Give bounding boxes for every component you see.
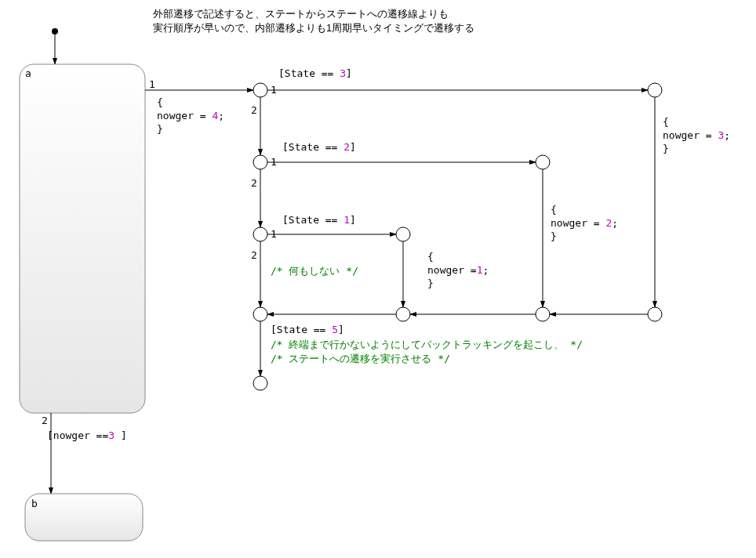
cond-state3: [State == 3] <box>278 67 352 79</box>
junction-2 <box>253 155 267 169</box>
ng2-body: nowger = 2; <box>551 217 618 229</box>
ng3-body: nowger = 3; <box>663 129 730 141</box>
ng3-open: { <box>663 116 669 128</box>
junction-right-1 <box>396 227 410 241</box>
junction-3 <box>253 227 267 241</box>
cond-state1: [State == 1] <box>282 214 356 226</box>
exit1-label: 1 <box>149 78 155 90</box>
j1-2-label: 2 <box>251 104 257 116</box>
ng1-open: { <box>427 251 434 263</box>
j2-2-label: 2 <box>251 177 257 189</box>
annotation-line1: 外部遷移で記述すると、ステートからステートへの遷移線よりも <box>153 8 449 20</box>
state-a-label: a <box>25 67 31 79</box>
cond-state5: [State == 5] <box>271 324 344 335</box>
nowger3-cond: [nowger ==3 ] <box>47 429 127 441</box>
ng2-close: } <box>551 230 557 242</box>
junction-m0 <box>253 307 267 321</box>
junction-right-2 <box>536 155 550 169</box>
ng4-open: { <box>157 96 163 108</box>
comment-bt1: /* 終端まで行かないようにしてバックトラッキングを起こし、 */ <box>271 339 583 350</box>
state-b[interactable] <box>25 494 143 541</box>
exit2-label: 2 <box>42 415 48 426</box>
junction-m1 <box>396 307 410 321</box>
junction-m2 <box>536 307 550 321</box>
initial-node <box>52 28 58 34</box>
state-a[interactable] <box>20 64 145 413</box>
comment-bt2: /* ステートへの遷移を実行させる */ <box>271 353 450 364</box>
state-b-label: b <box>31 498 38 509</box>
junction-right-3 <box>648 83 662 97</box>
j3-2-label: 2 <box>251 249 257 261</box>
cond-state2: [State == 2] <box>282 141 356 153</box>
ng1-body: nowger =1; <box>427 264 489 276</box>
ng3-close: } <box>663 143 669 154</box>
ng4-close: } <box>157 123 163 135</box>
annotation-line2: 実行順序が早いので、内部遷移よりも1周期早いタイミングで遷移する <box>153 22 474 34</box>
junction-1 <box>253 83 267 97</box>
stateflow-diagram: 外部遷移で記述すると、ステートからステートへの遷移線よりも 実行順序が早いので、… <box>0 0 756 558</box>
ng2-open: { <box>551 204 557 216</box>
ng4-body: nowger = 4; <box>157 110 224 121</box>
ng1-close: } <box>427 277 434 289</box>
comment-none: /* 何もしない */ <box>271 265 358 277</box>
junction-final <box>253 376 267 390</box>
junction-m3 <box>648 307 662 321</box>
